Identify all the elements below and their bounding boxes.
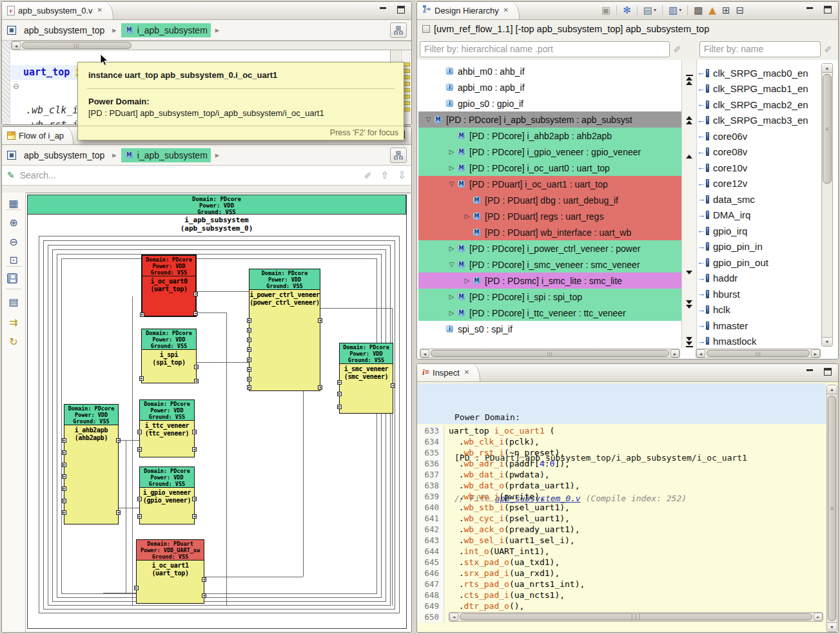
trace-icon[interactable]: ⇉: [7, 316, 20, 329]
maximize-icon[interactable]: [824, 368, 832, 376]
block-i_smc_veneer[interactable]: Domain: PDcorePower: VDDGround: VSSi_smc…: [339, 343, 393, 414]
layers-icon[interactable]: ▲: [708, 5, 716, 16]
show-hierarchy-button[interactable]: [390, 148, 407, 163]
port-list-item[interactable]: ←clk_SRPG_macb3_en: [697, 113, 821, 129]
save-icon[interactable]: [7, 273, 17, 283]
scroll-down-icon[interactable]: ▼: [822, 337, 832, 346]
breadcrumb-item-top[interactable]: apb_subsystem_top: [21, 23, 108, 37]
power-settings-icon[interactable]: ✻: [623, 5, 631, 16]
scroll-thumb[interactable]: [460, 613, 812, 620]
nav-last-icon[interactable]: [684, 336, 694, 348]
tab-inspect[interactable]: Inspect: [417, 363, 480, 381]
tree-row[interactable]: [PD : PDuart] dbg : uart_debug_if: [418, 192, 681, 208]
port-list-vertical-scrollbar[interactable]: ▲ ▼: [821, 63, 833, 347]
port-list-item[interactable]: →haddr: [697, 271, 821, 287]
list-view-icon[interactable]: ▤▾: [643, 5, 656, 16]
port-list-item[interactable]: →hmaster: [697, 318, 821, 334]
port-list-item[interactable]: →data_smc: [697, 191, 821, 207]
tree-row[interactable]: [PD : PDcore] i_ahb2apb : ahb2apb: [418, 128, 681, 144]
scroll-down-icon[interactable]: ▼: [827, 622, 837, 631]
expand-arrow-icon[interactable]: ▷: [447, 245, 456, 252]
block-i_oc_uart1[interactable]: Domain: PDuartPower: VDD_UART_swGround: …: [136, 539, 204, 604]
port-list-item[interactable]: ←clk_SRPG_macb2_en: [697, 97, 821, 113]
clear-filter-icon[interactable]: [672, 45, 683, 53]
chip-view-icon[interactable]: ▩: [694, 5, 703, 16]
block-i_ahb2apb[interactable]: Domain: PDcorePower: VDDGround: VSSi_ahb…: [64, 404, 119, 524]
reload-icon[interactable]: ↻: [7, 336, 20, 349]
tree-row[interactable]: ▷[PD : PDcore] i_power_ctrl_veneer : pow…: [418, 240, 681, 256]
collapse-arrow-icon[interactable]: ▽: [447, 180, 456, 187]
expand-arrow-icon[interactable]: ▷: [462, 213, 472, 220]
expand-all-icon[interactable]: ⊞: [722, 5, 730, 16]
nav-next-group-icon[interactable]: [684, 300, 694, 309]
power-domain-diagram[interactable]: Domain: PDcore Power: VDD Ground: VSS i_…: [26, 193, 411, 631]
nav-next-icon[interactable]: [684, 270, 694, 275]
tree-row[interactable]: ahbi_m0 : ahb_if: [418, 63, 681, 79]
port-list-item[interactable]: →hburst: [697, 286, 821, 302]
scroll-right-icon[interactable]: ►: [814, 613, 823, 621]
clear-search-icon[interactable]: [363, 171, 373, 179]
port-list-item[interactable]: ←core08v: [697, 144, 821, 160]
block-i_ttc_veneer[interactable]: Domain: PDcorePower: VDDGround: VSSi_ttc…: [139, 399, 195, 457]
nav-prev-icon[interactable]: [684, 154, 694, 159]
port-list-item[interactable]: →hclk: [697, 302, 821, 318]
minimize-icon[interactable]: [379, 6, 387, 14]
expand-arrow-icon[interactable]: ▷: [447, 309, 456, 316]
scroll-left-icon[interactable]: ◄: [420, 349, 429, 358]
tree-row[interactable]: ▽[PD : PDuart] i_oc_uart1 : uart_top: [418, 176, 681, 192]
show-hierarchy-button[interactable]: [390, 23, 407, 38]
collapse-arrow-icon[interactable]: ▽: [447, 261, 456, 268]
scroll-right-icon[interactable]: ►: [811, 349, 820, 358]
scroll-up-icon[interactable]: ▲: [822, 64, 832, 73]
scroll-left-icon[interactable]: ◄: [449, 613, 458, 621]
port-list-item[interactable]: ←core10v: [697, 160, 821, 176]
port-list-item[interactable]: ←clk_SRPG_macb1_en: [697, 81, 821, 97]
scroll-left-icon[interactable]: ◄: [696, 349, 705, 358]
block-i_spi[interactable]: Domain: PDcorePower: VDDGround: VSSi_spi…: [141, 329, 197, 383]
close-icon[interactable]: [502, 6, 510, 14]
edit-search-icon[interactable]: [7, 170, 15, 180]
search-down-icon[interactable]: ⇩: [398, 169, 406, 181]
inspect-horizontal-scrollbar[interactable]: ◄►: [449, 612, 823, 622]
collapse-arrow-icon[interactable]: ▽: [424, 116, 433, 123]
port-list-item[interactable]: ←gpio_pin_out: [697, 255, 821, 271]
port-list-item[interactable]: →DMA_irq: [697, 207, 821, 224]
columns-view-icon[interactable]: ▥▾: [669, 5, 681, 16]
editor-horizontal-scrollbar[interactable]: ◄: [11, 41, 411, 50]
tree-row[interactable]: ▷[PD : PDcore] i_gpio_veneer : gpio_vene…: [418, 144, 681, 160]
tree-row[interactable]: ▽[PD : PDcore] i_smc_veneer : smc_veneer: [418, 256, 681, 273]
port-list-horizontal-scrollbar[interactable]: ◄ ►: [696, 349, 821, 358]
settings-icon[interactable]: ▤: [7, 296, 20, 309]
expand-arrow-icon[interactable]: ▷: [447, 293, 456, 300]
port-list-item[interactable]: ←core06v: [697, 128, 821, 144]
minimize-icon[interactable]: [806, 6, 814, 14]
tree-row[interactable]: ▷[PD : PDcore] i_spi : spi_top: [418, 289, 681, 305]
close-icon[interactable]: [463, 369, 471, 376]
tree-row[interactable]: ▷[PD : PDcore] i_oc_uart0 : uart_top: [418, 160, 681, 176]
scroll-left-icon[interactable]: ◄: [12, 41, 21, 50]
close-icon[interactable]: [96, 6, 104, 14]
port-list-item[interactable]: →gpio_pin_in: [697, 239, 821, 255]
properties-icon[interactable]: ▦: [7, 197, 20, 210]
hierarchical-name-filter-input[interactable]: [420, 41, 670, 57]
scroll-right-icon[interactable]: ►: [670, 349, 679, 358]
tree-row[interactable]: apbi_mo : apb_if: [418, 79, 681, 95]
collapse-all-icon[interactable]: ⊟: [736, 5, 744, 16]
tree-row[interactable]: [PD : PDuart] wb_interface : uart_wb: [418, 224, 681, 240]
maximize-icon[interactable]: [824, 6, 832, 14]
inspect-vertical-scrollbar[interactable]: ▲ ▼: [826, 385, 837, 632]
tree-row[interactable]: spi_s0 : spi_if: [418, 321, 681, 337]
nav-prev-group-icon[interactable]: [684, 115, 694, 125]
expand-arrow-icon[interactable]: ▷: [447, 164, 456, 171]
block-i_power_ctrl_veneer[interactable]: Domain: PDcorePower: VDDGround: VSSi_pow…: [249, 269, 320, 391]
zoom-out-icon[interactable]: ⊖: [7, 236, 20, 249]
tree-horizontal-scrollbar[interactable]: ◄ ►: [420, 349, 680, 358]
breadcrumb-item-top[interactable]: apb_subsystem_top: [21, 148, 108, 162]
maximize-icon[interactable]: [397, 6, 405, 14]
search-input[interactable]: [20, 170, 359, 180]
tree-row[interactable]: gpio_s0 : gpio_if: [418, 95, 681, 111]
expand-arrow-icon[interactable]: ▷: [462, 277, 472, 284]
minimize-icon[interactable]: [806, 369, 814, 376]
tree-row[interactable]: ▷[PD : PDsmc] i_smc_lite : smc_lite: [418, 273, 681, 289]
scroll-up-icon[interactable]: ▲: [827, 385, 837, 394]
